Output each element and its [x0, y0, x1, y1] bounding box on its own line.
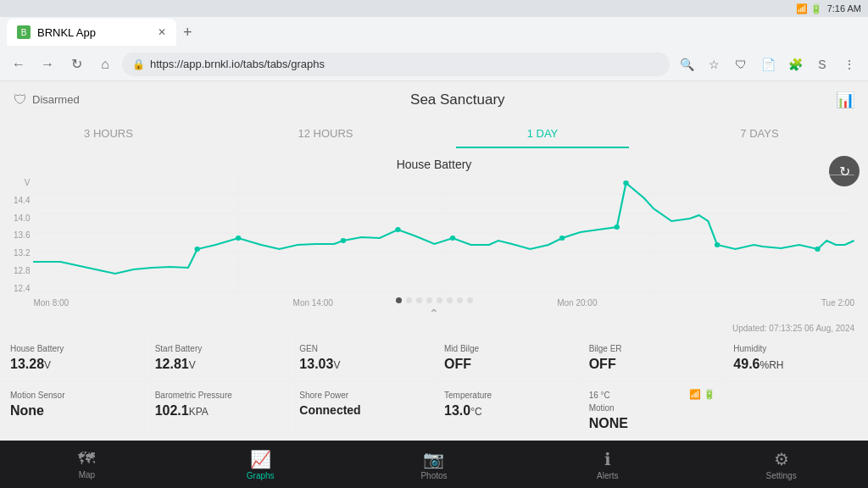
- card-gen: GEN 13.03V: [289, 336, 434, 381]
- app-content: 🛡 Disarmed Sea Sanctuary 📊 3 HOURS 12 HO…: [0, 81, 868, 488]
- bookmark-icon[interactable]: ☆: [702, 53, 726, 76]
- new-tab-button[interactable]: +: [176, 20, 199, 45]
- card-humidity-value: 49.6%RH: [733, 357, 858, 372]
- browser-tab-bar: B BRNKL App ✕ +: [0, 17, 868, 47]
- browser-controls: ← → ↻ ⌂ 🔒 https://app.brnkl.io/tabs/tabs…: [0, 47, 868, 81]
- browser-action-icons: 🔍 ☆ 🛡 📄 🧩 S ⋮: [675, 53, 861, 76]
- card-start-battery-label: Start Battery: [155, 344, 279, 353]
- nav-graphs[interactable]: 📈 Graphs: [174, 441, 348, 488]
- svg-point-18: [715, 242, 720, 247]
- sensor-cards-row1: House Battery 13.28V Start Battery 12.81…: [0, 335, 868, 381]
- y-13.6: 13.6: [14, 230, 30, 240]
- card-temperature: Temperature 13.0°C: [434, 382, 579, 441]
- svg-point-14: [450, 236, 455, 241]
- screenshot-icon[interactable]: 📄: [756, 53, 780, 76]
- page-wrapper: 📶 🔋 7:16 AM B BRNKL App ✕ + ← → ↻ ⌂ 🔒 ht…: [0, 0, 868, 488]
- url-text: https://app.brnkl.io/tabs/tabs/graphs: [150, 58, 325, 70]
- card-gen-value: 13.03V: [299, 357, 423, 372]
- system-time: 7:16 AM: [827, 3, 861, 14]
- menu-icon[interactable]: ⋮: [837, 53, 861, 76]
- card-house-battery-label: House Battery: [10, 344, 134, 353]
- profile-icon[interactable]: S: [810, 53, 834, 76]
- line-chart-svg: [33, 175, 854, 293]
- tab-favicon: B: [17, 25, 31, 39]
- browser-tab[interactable]: B BRNKL App ✕: [7, 19, 176, 46]
- nav-alerts-label: Alerts: [597, 471, 619, 480]
- card-motion-sensor: Motion Sensor None: [0, 382, 145, 441]
- card-motion-sensor-label: Motion Sensor: [10, 391, 134, 400]
- sensor-cards-row2: Motion Sensor None Barometric Pressure 1…: [0, 381, 868, 441]
- y-13.2: 13.2: [14, 248, 30, 258]
- card-humidity-label: Humidity: [733, 344, 858, 353]
- forward-button[interactable]: →: [36, 53, 59, 76]
- update-timestamp: Updated: 07:13:25 06 Aug, 2024: [0, 322, 868, 335]
- nav-graphs-label: Graphs: [247, 471, 275, 480]
- nav-map[interactable]: 🗺 Map: [0, 441, 174, 488]
- chart-bars-icon[interactable]: 📊: [836, 91, 854, 109]
- card-motion-value: NONE: [589, 416, 713, 431]
- chart-title: House Battery: [14, 158, 854, 171]
- tab-label: BRNKL App: [37, 26, 96, 39]
- nav-settings[interactable]: ⚙ Settings: [694, 441, 868, 488]
- svg-point-16: [615, 225, 620, 230]
- tab-7days[interactable]: 7 DAYS: [651, 119, 868, 148]
- back-button[interactable]: ←: [7, 53, 31, 76]
- y-14.0: 14.0: [14, 214, 30, 223]
- nav-photos-label: Photos: [420, 471, 447, 480]
- home-button[interactable]: ⌂: [93, 53, 117, 76]
- chart-container: House Battery ↻ V 14.4 14.0 13.6 13.2 12…: [0, 149, 868, 292]
- card-mid-bilge-label: Mid Bilge: [444, 344, 568, 353]
- disarmed-badge: 🛡 Disarmed: [14, 92, 80, 108]
- card-shore-power-value: Connected: [299, 403, 423, 417]
- settings-icon: ⚙: [774, 449, 789, 469]
- search-icon[interactable]: 🔍: [675, 53, 698, 76]
- address-bar[interactable]: 🔒 https://app.brnkl.io/tabs/tabs/graphs: [122, 53, 670, 76]
- tab-close-button[interactable]: ✕: [158, 26, 166, 38]
- card-mid-bilge: Mid Bilge OFF: [434, 336, 579, 381]
- x-axis-labels: Mon 8:00 Mon 14:00 Mon 20:00 Tue 2:00: [33, 297, 854, 308]
- system-bar: 📶 🔋 7:16 AM: [0, 0, 868, 17]
- app-title: Sea Sanctuary: [80, 92, 836, 108]
- tab-12hours[interactable]: 12 HOURS: [217, 119, 434, 148]
- y-label: V: [14, 178, 30, 187]
- graphs-icon: 📈: [250, 449, 271, 469]
- card-barometric-label: Barometric Pressure: [155, 391, 279, 400]
- bottom-nav: 🗺 Map 📈 Graphs 📷 Photos ℹ Alerts ⚙ Setti…: [0, 441, 868, 488]
- shield-icon: 🛡: [14, 92, 27, 108]
- tab-3hours[interactable]: 3 HOURS: [0, 119, 217, 148]
- battery-icon: 🔋: [704, 389, 715, 400]
- card-humidity: Humidity 49.6%RH: [723, 336, 868, 381]
- svg-point-17: [624, 180, 629, 186]
- nav-alerts[interactable]: ℹ Alerts: [520, 441, 694, 488]
- wifi-battery-icons: 📶 🔋: [689, 389, 715, 400]
- nav-map-label: Map: [79, 470, 95, 480]
- nav-photos[interactable]: 📷 Photos: [348, 441, 521, 488]
- svg-point-15: [559, 236, 565, 241]
- svg-point-10: [195, 247, 200, 252]
- svg-point-13: [396, 227, 401, 232]
- shield-ext-icon[interactable]: 🛡: [729, 53, 753, 76]
- system-icons: 📶 🔋: [796, 3, 822, 14]
- chart-svg-area: Mon 8:00 Mon 14:00 Mon 20:00 Tue 2:00: [33, 175, 854, 308]
- y-12.8: 12.8: [14, 266, 30, 275]
- svg-point-19: [815, 247, 821, 252]
- chevron-up-icon: ⌃: [429, 307, 439, 320]
- card-bilge-er-label: Bilge ER: [589, 344, 713, 353]
- card-barometric: Barometric Pressure 102.1KPA: [145, 382, 290, 441]
- card-start-battery: Start Battery 12.81V: [145, 336, 290, 381]
- lock-icon: 🔒: [132, 58, 145, 70]
- x-label-3: Tue 2:00: [821, 298, 854, 308]
- disarmed-label: Disarmed: [32, 93, 80, 106]
- refresh-button[interactable]: ↻: [64, 53, 88, 76]
- extension-icon[interactable]: 🧩: [783, 53, 807, 76]
- y-14.4: 14.4: [14, 196, 30, 205]
- map-icon: 🗺: [78, 449, 95, 469]
- photos-icon: 📷: [423, 449, 444, 469]
- collapse-button[interactable]: ⌃: [0, 305, 868, 322]
- tab-1day[interactable]: 1 DAY: [434, 119, 651, 148]
- card-temperature-label: Temperature: [444, 391, 568, 400]
- card-temperature-value: 13.0°C: [444, 403, 568, 419]
- alerts-icon: ℹ: [604, 449, 611, 469]
- card-house-battery: House Battery 13.28V: [0, 336, 145, 381]
- card-bilge-er-value: OFF: [589, 357, 713, 372]
